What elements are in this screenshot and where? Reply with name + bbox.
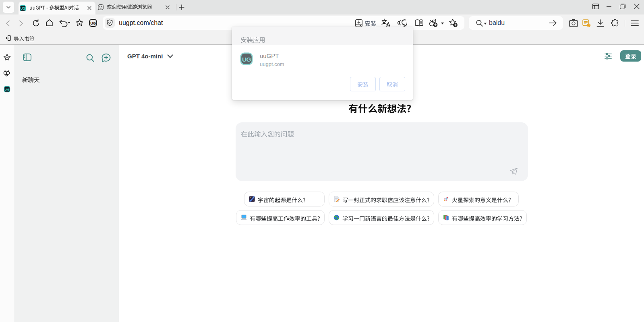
svg-text:UG: UG bbox=[21, 6, 26, 10]
svg-text:UG: UG bbox=[90, 21, 95, 25]
svg-text:UG: UG bbox=[242, 56, 251, 63]
svg-text:UG: UG bbox=[5, 88, 10, 91]
